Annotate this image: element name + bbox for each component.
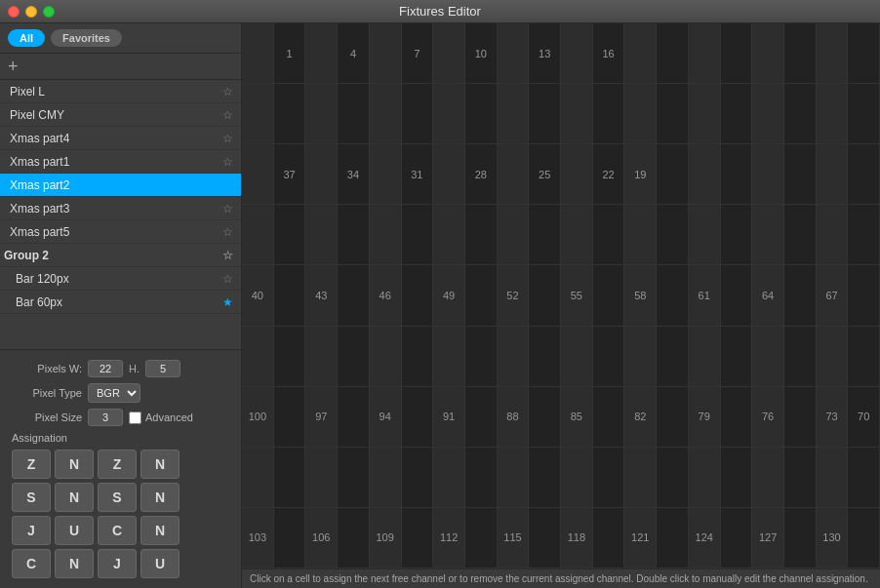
grid-cell-6-9[interactable] xyxy=(529,387,561,447)
grid-cell-0-16[interactable] xyxy=(752,23,784,83)
grid-cell-3-7[interactable] xyxy=(465,205,498,264)
grid-cell-2-18[interactable] xyxy=(817,144,849,204)
pixel-type-select[interactable]: BGR RGB xyxy=(88,383,140,403)
grid-cell-3-14[interactable] xyxy=(689,205,721,264)
grid-cell-6-3[interactable] xyxy=(338,387,370,447)
grid-cell-5-16[interactable] xyxy=(752,327,784,386)
grid-cell-8-9[interactable] xyxy=(529,508,561,568)
grid-cell-5-9[interactable] xyxy=(529,327,561,386)
grid-cell-7-1[interactable] xyxy=(274,448,306,507)
grid-cell-1-17[interactable] xyxy=(784,84,817,143)
grid-cell-5-3[interactable] xyxy=(338,327,370,386)
minimize-button[interactable] xyxy=(25,6,37,18)
grid-cell-8-18[interactable]: 130 xyxy=(817,508,849,568)
grid-cell-2-11[interactable]: 22 xyxy=(593,144,625,204)
grid-cell-0-12[interactable] xyxy=(624,23,657,83)
grid-cell-4-10[interactable]: 55 xyxy=(561,265,593,325)
grid-cell-5-13[interactable] xyxy=(657,327,689,386)
grid-cell-7-3[interactable] xyxy=(338,448,370,507)
grid-cell-3-11[interactable] xyxy=(593,205,625,264)
grid-cell-2-2[interactable] xyxy=(305,144,338,204)
grid-cell-8-14[interactable]: 124 xyxy=(689,508,721,568)
grid-cell-2-14[interactable] xyxy=(689,144,721,204)
grid-cell-5-14[interactable] xyxy=(689,327,721,386)
grid-cell-1-19[interactable] xyxy=(848,84,880,143)
grid-cell-5-8[interactable] xyxy=(498,327,530,386)
grid-cell-2-4[interactable] xyxy=(370,144,402,204)
grid-cell-7-13[interactable] xyxy=(657,448,689,507)
pixel-size-input[interactable] xyxy=(88,409,123,426)
fixture-item-pixel-l[interactable]: Pixel L ☆ xyxy=(0,80,241,103)
grid-cell-4-0[interactable]: 40 xyxy=(242,265,274,325)
grid-cell-0-5[interactable]: 7 xyxy=(402,23,434,83)
grid-cell-8-6[interactable]: 112 xyxy=(433,508,465,568)
grid-cell-3-1[interactable] xyxy=(274,205,306,264)
star-icon[interactable]: ☆ xyxy=(222,155,233,169)
grid-cell-6-11[interactable] xyxy=(593,387,625,447)
grid-cell-6-13[interactable] xyxy=(657,387,689,447)
grid-cell-7-14[interactable] xyxy=(689,448,721,507)
grid-cell-3-13[interactable] xyxy=(657,205,689,264)
grid-cell-6-10[interactable]: 85 xyxy=(561,387,593,447)
grid-cell-0-2[interactable] xyxy=(305,23,338,83)
grid-cell-5-0[interactable] xyxy=(242,327,274,386)
fixture-item-bar-120px[interactable]: Bar 120px ☆ xyxy=(0,267,241,291)
grid-cell-6-1[interactable] xyxy=(274,387,306,447)
grid-cell-4-15[interactable] xyxy=(721,265,753,325)
grid-cell-0-0[interactable] xyxy=(242,23,274,83)
grid-cell-3-2[interactable] xyxy=(305,205,338,264)
grid-cell-6-4[interactable]: 94 xyxy=(370,387,402,447)
grid-cell-3-18[interactable] xyxy=(817,205,849,264)
grid-cell-4-18[interactable]: 67 xyxy=(817,265,849,325)
grid-cell-4-8[interactable]: 52 xyxy=(498,265,530,325)
fixture-item-bar-60px[interactable]: Bar 60px ★ xyxy=(0,291,241,314)
grid-cell-8-5[interactable] xyxy=(402,508,434,568)
grid-cell-7-17[interactable] xyxy=(784,448,817,507)
grid-cell-0-7[interactable]: 10 xyxy=(465,23,498,83)
assign-btn-15[interactable]: U xyxy=(140,549,180,578)
grid-cell-5-12[interactable] xyxy=(624,327,657,386)
grid-cell-6-7[interactable] xyxy=(465,387,498,447)
grid-cell-5-4[interactable] xyxy=(370,327,402,386)
grid-cell-5-5[interactable] xyxy=(402,327,434,386)
grid-cell-8-7[interactable] xyxy=(465,508,498,568)
grid-cell-6-16[interactable]: 76 xyxy=(752,387,784,447)
grid-cell-8-16[interactable]: 127 xyxy=(752,508,784,568)
grid-cell-5-1[interactable] xyxy=(274,327,306,386)
grid-cell-0-15[interactable] xyxy=(721,23,753,83)
tab-all[interactable]: All xyxy=(8,29,45,47)
grid-cell-1-9[interactable] xyxy=(529,84,561,143)
grid-cell-8-19[interactable] xyxy=(848,508,880,568)
assign-btn-2[interactable]: Z xyxy=(98,450,137,479)
h-input[interactable] xyxy=(145,360,180,377)
assign-btn-6[interactable]: S xyxy=(98,483,137,512)
grid-cell-4-5[interactable] xyxy=(402,265,434,325)
grid-cell-3-15[interactable] xyxy=(721,205,753,264)
grid-cell-1-0[interactable] xyxy=(242,84,274,143)
grid-cell-3-0[interactable] xyxy=(242,205,274,264)
grid-cell-4-12[interactable]: 58 xyxy=(624,265,657,325)
grid-cell-6-19[interactable]: 70 xyxy=(848,387,880,447)
grid-cell-5-15[interactable] xyxy=(721,327,753,386)
star-icon[interactable]: ☆ xyxy=(222,249,233,262)
grid-cell-8-1[interactable] xyxy=(274,508,306,568)
tab-favorites[interactable]: Favorites xyxy=(51,29,122,47)
grid-cell-8-13[interactable] xyxy=(657,508,689,568)
pixels-w-input[interactable] xyxy=(88,360,123,377)
grid-cell-4-16[interactable]: 64 xyxy=(752,265,784,325)
grid-cell-3-9[interactable] xyxy=(529,205,561,264)
grid-cell-6-17[interactable] xyxy=(784,387,817,447)
assign-btn-3[interactable]: N xyxy=(140,450,180,479)
grid-cell-4-4[interactable]: 46 xyxy=(370,265,402,325)
grid-cell-7-10[interactable] xyxy=(561,448,593,507)
grid-cell-3-12[interactable] xyxy=(624,205,657,264)
grid-cell-7-8[interactable] xyxy=(498,448,530,507)
grid-cell-2-3[interactable]: 34 xyxy=(338,144,370,204)
grid-cell-2-6[interactable] xyxy=(433,144,465,204)
grid-cell-2-8[interactable] xyxy=(498,144,530,204)
grid-cell-0-10[interactable] xyxy=(561,23,593,83)
grid-cell-0-14[interactable] xyxy=(689,23,721,83)
assign-btn-9[interactable]: U xyxy=(55,516,94,545)
star-icon[interactable]: ☆ xyxy=(222,272,233,286)
grid-cell-8-11[interactable] xyxy=(593,508,625,568)
